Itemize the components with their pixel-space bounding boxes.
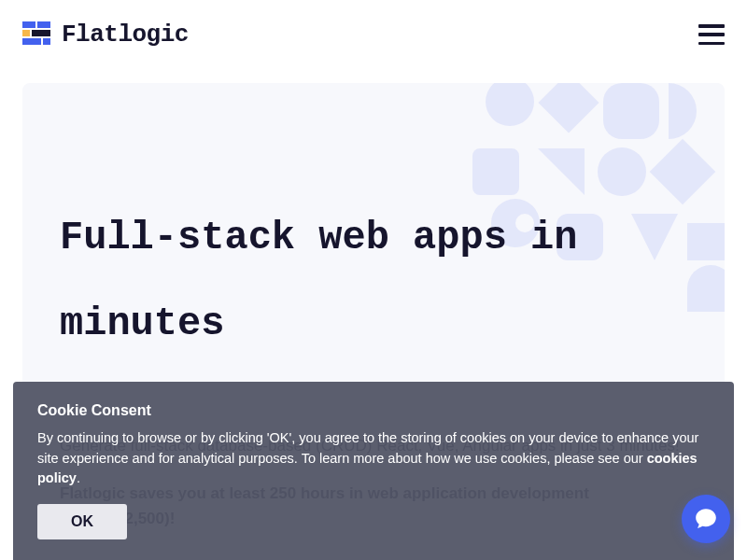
brand-logo-mark [22, 21, 52, 48]
hero-title: Full-stack web apps in minutes [60, 195, 687, 368]
cookie-title: Cookie Consent [37, 402, 710, 419]
cookie-message: By continuing to browse or by clicking '… [37, 428, 710, 489]
chat-widget-button[interactable] [682, 495, 730, 543]
cookie-body-post: . [77, 470, 80, 485]
svg-point-0 [486, 83, 534, 126]
svg-rect-7 [687, 223, 725, 260]
menu-toggle-button[interactable] [698, 24, 725, 45]
cookie-body-pre: By continuing to browse or by clicking '… [37, 430, 698, 466]
brand-name: Flatlogic [62, 21, 189, 49]
svg-rect-3 [472, 148, 519, 195]
svg-point-4 [598, 147, 646, 196]
svg-rect-1 [538, 83, 599, 133]
header: Flatlogic [0, 0, 747, 69]
brand-logo[interactable]: Flatlogic [22, 21, 189, 49]
svg-rect-2 [603, 83, 659, 139]
chat-icon [694, 507, 718, 531]
cookie-consent-banner: Cookie Consent By continuing to browse o… [13, 382, 734, 560]
cookie-ok-button[interactable]: OK [37, 504, 127, 539]
hamburger-icon [698, 24, 725, 28]
